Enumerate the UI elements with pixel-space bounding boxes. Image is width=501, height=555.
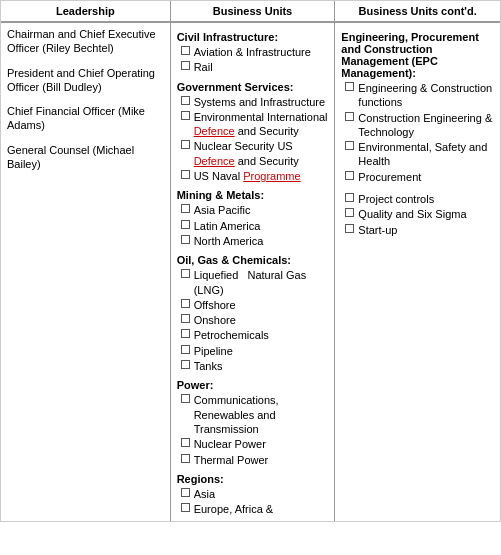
list-item: Systems and Infrastructure — [181, 95, 329, 109]
item-text: Asia — [194, 487, 215, 501]
list-item: Offshore — [181, 298, 329, 312]
list-item: Project controls — [345, 192, 494, 206]
list-item: Asia Pacific — [181, 203, 329, 217]
list-item: Liquefied Natural Gas (LNG) — [181, 268, 329, 297]
list-item: Engineering & Construction functions — [345, 81, 494, 110]
checkbox-icon — [181, 345, 190, 354]
item-text: Communications, Renewables and Transmiss… — [194, 393, 329, 436]
header-row: Leadership Business Units Business Units… — [1, 1, 500, 23]
list-item: Onshore — [181, 313, 329, 327]
item-text: Systems and Infrastructure — [194, 95, 325, 109]
item-text: Start-up — [358, 223, 397, 237]
item-text: Nuclear Power — [194, 437, 266, 451]
checkbox-icon — [181, 170, 190, 179]
list-item: Environmental International Defence and … — [181, 110, 329, 139]
list-item: Communications, Renewables and Transmiss… — [181, 393, 329, 436]
checkbox-icon — [345, 82, 354, 91]
list-item: Latin America — [181, 219, 329, 233]
item-text: Thermal Power — [194, 453, 269, 467]
checkbox-icon — [345, 141, 354, 150]
item-text: Asia Pacific — [194, 203, 251, 217]
list-item: Pipeline — [181, 344, 329, 358]
leader-title-1: Chairman and Chief Executive Officer (Ri… — [7, 28, 156, 54]
item-text: Latin America — [194, 219, 261, 233]
main-container: Leadership Business Units Business Units… — [0, 0, 501, 522]
item-text: Procurement — [358, 170, 421, 184]
checkbox-icon — [181, 61, 190, 70]
list-item: Tanks — [181, 359, 329, 373]
checkbox-icon — [181, 140, 190, 149]
item-text: Engineering & Construction functions — [358, 81, 494, 110]
content-area: Chairman and Chief Executive Officer (Ri… — [1, 23, 500, 521]
leader-entry-3: Chief Financial Officer (Mike Adams) — [7, 104, 164, 133]
item-text: Europe, Africa & — [194, 502, 274, 516]
item-text: Tanks — [194, 359, 223, 373]
item-text: North America — [194, 234, 264, 248]
checkbox-icon — [345, 193, 354, 202]
section-civil-infrastructure: Civil Infrastructure: — [177, 31, 329, 43]
list-item: US Naval Programme — [181, 169, 329, 183]
checkbox-icon — [345, 171, 354, 180]
list-item: Europe, Africa & — [181, 502, 329, 516]
checkbox-icon — [181, 269, 190, 278]
item-text: Petrochemicals — [194, 328, 269, 342]
item-text: Nuclear Security US Defence and Security — [194, 139, 329, 168]
checkbox-icon — [181, 111, 190, 120]
section-power: Power: — [177, 379, 329, 391]
section-mining-metals: Mining & Metals: — [177, 189, 329, 201]
list-item: Petrochemicals — [181, 328, 329, 342]
list-item: Start-up — [345, 223, 494, 237]
section-epc: Engineering, Procurement and Constructio… — [341, 31, 494, 79]
leader-title-2: President and Chief Operating Officer (B… — [7, 67, 155, 93]
item-text: Environmental International Defence and … — [194, 110, 329, 139]
checkbox-icon — [345, 112, 354, 121]
leader-title-3: Chief Financial Officer (Mike Adams) — [7, 105, 145, 131]
checkbox-icon — [181, 220, 190, 229]
leader-title-4: General Counsel (Michael Bailey) — [7, 144, 134, 170]
list-item: Aviation & Infrastructure — [181, 45, 329, 59]
checkbox-icon — [345, 208, 354, 217]
checkbox-icon — [181, 96, 190, 105]
checkbox-icon — [181, 299, 190, 308]
item-text: Liquefied Natural Gas (LNG) — [194, 268, 329, 297]
leader-entry-1: Chairman and Chief Executive Officer (Ri… — [7, 27, 164, 56]
list-item: North America — [181, 234, 329, 248]
checkbox-icon — [345, 224, 354, 233]
leadership-column: Chairman and Chief Executive Officer (Ri… — [1, 23, 171, 521]
item-text: Offshore — [194, 298, 236, 312]
list-item: Nuclear Security US Defence and Security — [181, 139, 329, 168]
item-text: Construction Engineering & Technology — [358, 111, 494, 140]
checkbox-icon — [181, 360, 190, 369]
list-item: Thermal Power — [181, 453, 329, 467]
list-item: Nuclear Power — [181, 437, 329, 451]
section-oil-gas: Oil, Gas & Chemicals: — [177, 254, 329, 266]
list-item: Environmental, Safety and Health — [345, 140, 494, 169]
checkbox-icon — [181, 329, 190, 338]
business-units-column: Civil Infrastructure: Aviation & Infrast… — [171, 23, 336, 521]
item-text: Environmental, Safety and Health — [358, 140, 494, 169]
checkbox-icon — [181, 438, 190, 447]
checkbox-icon — [181, 46, 190, 55]
item-text: Quality and Six Sigma — [358, 207, 466, 221]
header-business-units-cont: Business Units cont'd. — [335, 1, 500, 22]
item-text: Rail — [194, 60, 213, 74]
business-units-cont-column: Engineering, Procurement and Constructio… — [335, 23, 500, 521]
checkbox-icon — [181, 204, 190, 213]
list-item: Procurement — [345, 170, 494, 184]
checkbox-icon — [181, 314, 190, 323]
leader-entry-4: General Counsel (Michael Bailey) — [7, 143, 164, 172]
checkbox-icon — [181, 454, 190, 463]
list-item: Construction Engineering & Technology — [345, 111, 494, 140]
section-government-services: Government Services: — [177, 81, 329, 93]
checkbox-icon — [181, 503, 190, 512]
item-text: Pipeline — [194, 344, 233, 358]
item-text: Onshore — [194, 313, 236, 327]
header-business-units: Business Units — [171, 1, 336, 22]
item-text: Project controls — [358, 192, 434, 206]
section-regions: Regions: — [177, 473, 329, 485]
list-item: Rail — [181, 60, 329, 74]
item-text: Aviation & Infrastructure — [194, 45, 311, 59]
checkbox-icon — [181, 394, 190, 403]
leader-entry-2: President and Chief Operating Officer (B… — [7, 66, 164, 95]
checkbox-icon — [181, 235, 190, 244]
